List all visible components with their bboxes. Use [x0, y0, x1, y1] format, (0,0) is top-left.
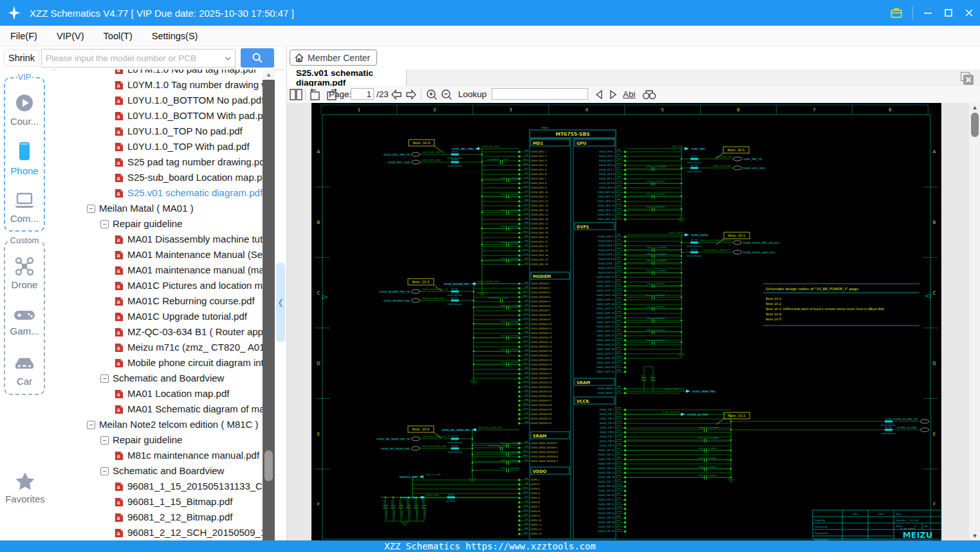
pdf-scroll-up-icon[interactable]: ▲	[969, 103, 980, 112]
svg-text:DVDD_MD_SRAM_GND: DVDD_MD_SRAM_GND	[381, 447, 410, 450]
svg-text:AB3: AB3	[617, 515, 621, 517]
pdf-scroll-thumb[interactable]	[971, 113, 979, 137]
tree-item[interactable]: aMobile phone circuit diagram introducti…	[57, 355, 263, 371]
svg-text:DDPH-12: DDPH-12	[531, 528, 541, 531]
svg-text:AY6: AY6	[617, 346, 621, 349]
tree-item[interactable]: aL0YU.1.0_BOTTOM With pad.pdf	[57, 108, 263, 124]
sidebar-item-car[interactable]: Car	[5, 346, 44, 395]
binoculars-icon[interactable]	[642, 88, 657, 101]
svg-text:AW6: AW6	[524, 416, 528, 419]
tree-item[interactable]: aMA01C Upgrade tutorial.pdf	[57, 309, 263, 324]
tree-item[interactable]: aMA01C Pictures and location map.pdf	[57, 278, 263, 293]
tree-item[interactable]: a96081_1_15_201505131133_CT_v01.pdf	[57, 479, 263, 494]
pdf-scrollbar[interactable]: ▲ ▼	[969, 103, 980, 540]
find-previous-icon[interactable]	[593, 88, 605, 101]
previous-page-icon[interactable]	[390, 88, 403, 101]
sidebar-item-computer[interactable]: Com...	[5, 183, 44, 232]
svg-text:DDPH-9: DDPH-9	[531, 515, 541, 517]
tree-item[interactable]: aL0YU.1.0_TOP No pad.pdf	[57, 124, 263, 139]
tree-folder[interactable]: −Meilan Matal ( MA01 )	[57, 201, 263, 216]
member-center-button[interactable]: Member Center	[290, 50, 377, 66]
collapse-minus-icon[interactable]: −	[87, 421, 95, 429]
panel-collapse-handle[interactable]: ❮	[276, 262, 285, 342]
tree-item[interactable]: aMeizu m71c (zmz_ CT820_ A01).pdf	[57, 340, 263, 355]
collapse-minus-icon[interactable]: −	[100, 467, 109, 475]
maximize-button[interactable]	[943, 7, 954, 19]
svg-text:Checked By: Checked By	[815, 526, 827, 528]
tree-folder[interactable]: −Schematic and Boardview	[57, 371, 263, 386]
close-button[interactable]	[963, 7, 975, 19]
sidebar-item-favorites[interactable]: Favorites	[0, 471, 50, 504]
collapse-minus-icon[interactable]: −	[100, 436, 109, 445]
tree-folder[interactable]: −Repair guideline	[57, 432, 263, 448]
page-number-input[interactable]	[351, 88, 374, 100]
shrink-button[interactable]: Shrink	[4, 50, 39, 66]
combo-chevron-icon[interactable]	[223, 54, 232, 63]
tree-item[interactable]: a96081_2_12_SCH_20150509_1808.pdf	[57, 525, 263, 540]
collapse-minus-icon[interactable]: −	[100, 374, 109, 383]
find-next-icon[interactable]	[607, 88, 619, 101]
svg-text:AB6: AB6	[617, 234, 621, 236]
svg-text:C136: C136	[501, 177, 506, 179]
search-button[interactable]	[241, 48, 274, 68]
zoom-out-icon[interactable]	[440, 88, 453, 101]
tree-item[interactable]: aL0YM.1.0 Tag number drawing with pad.pd…	[57, 77, 263, 93]
tree-item[interactable]: aL0YU.1.0_BOTTOM No pad.pdf	[57, 93, 263, 108]
svg-text:AT9: AT9	[525, 244, 529, 246]
tree-scroll-up-icon[interactable]: ▲	[263, 69, 275, 80]
menu-filef[interactable]: File(F)	[10, 31, 37, 41]
sidebar-item-course[interactable]: Cour...	[5, 78, 44, 134]
tree-item[interactable]: aMZ-QC-03-634 B1 ( Router application ).…	[57, 324, 263, 340]
svg-text:a: a	[117, 407, 120, 413]
tree-item[interactable]: aMA01C Reburning course.pdf	[57, 293, 263, 309]
svg-text:AV15: AV15	[617, 360, 622, 362]
tree-item[interactable]: aM81c maintenance manual.pdf	[57, 448, 263, 463]
tree-item[interactable]: aL0YU.1.0_TOP With pad.pdf	[57, 139, 263, 154]
pdf-scroll-down-icon[interactable]: ▼	[969, 531, 980, 540]
tree-item[interactable]: aS25 pad tag number drawing.pdf	[57, 154, 263, 170]
svg-text:DVDD_TOP-5: DVDD_TOP-5	[600, 427, 615, 429]
svg-text:AB15: AB15	[617, 185, 622, 187]
svg-text:DVDD_MODEM-20: DVDD_MODEM-20	[531, 368, 552, 371]
tree-item[interactable]: aMA01 Schematic diagram of machine.pdf	[57, 401, 263, 417]
tree-item[interactable]: aMA01 maintenance manual (machine).pdf	[57, 262, 263, 278]
svg-text:BB9: BB9	[524, 331, 528, 333]
tab-s25-schematic[interactable]: S25.v01 schematic diagram.pdf	[287, 69, 407, 86]
minimize-button[interactable]	[922, 7, 934, 19]
sidebar-item-phone[interactable]: Phone	[5, 134, 44, 183]
model-search-input[interactable]	[42, 53, 223, 63]
tree-item[interactable]: aMA01 Maintenance Manual (Service).pdf	[57, 247, 263, 262]
tree-item[interactable]: aMA01 Disassembly machine tutorial.pdf	[57, 232, 263, 247]
tree-folder[interactable]: −Schematic and Boardview	[57, 463, 263, 479]
svg-text:AW9: AW9	[524, 176, 528, 179]
collapse-minus-icon[interactable]: −	[100, 220, 109, 228]
tree-scrollbar[interactable]: ▲	[263, 69, 275, 540]
close-tab-icon[interactable]	[960, 71, 974, 86]
tree-item[interactable]: a96081_2_12_Bitmap.pdf	[57, 510, 263, 525]
license-briefcase-icon[interactable]	[889, 6, 903, 20]
tree-folder[interactable]: −Meilan Note2 telcom edition ( M81C )	[57, 417, 263, 432]
match-case-toggle[interactable]: Abi	[623, 89, 636, 99]
sidebar-item-game[interactable]: Gam...	[5, 297, 44, 346]
tree-scroll-thumb[interactable]	[264, 450, 273, 481]
two-page-view-icon[interactable]	[289, 88, 303, 101]
svg-text:Note: 10-3: Note: 10-3	[413, 141, 430, 145]
rotate-left-icon[interactable]	[308, 88, 322, 101]
sidebar-item-drone[interactable]: Drone	[5, 242, 44, 297]
collapse-minus-icon[interactable]: −	[87, 205, 95, 213]
window-title: XZZ Schematics V4.77 [ VIP Due date: 202…	[30, 8, 294, 19]
svg-text:1uF/0201: 1uF/0201	[656, 306, 665, 308]
svg-text:Draw No:: Draw No:	[896, 519, 906, 522]
tree-item[interactable]: aMA01 Location map.pdf	[57, 386, 263, 401]
menu-toolt[interactable]: Tool(T)	[104, 31, 133, 41]
menu-vipv[interactable]: VIP(V)	[57, 31, 84, 41]
menu-settingss[interactable]: Settings(S)	[152, 31, 198, 41]
next-page-icon[interactable]	[405, 88, 418, 101]
tree-item[interactable]: aS25.v01 schematic diagram.pdf	[57, 185, 263, 201]
tree-item[interactable]: a96081_1_15_Bitmap.pdf	[57, 494, 263, 510]
lookup-input[interactable]	[492, 88, 588, 100]
tree-folder[interactable]: −Repair guideline	[57, 216, 263, 232]
tree-item[interactable]: aS25-sub_board Location map.pdf	[57, 170, 263, 185]
zoom-in-icon[interactable]	[425, 88, 438, 101]
tree-item[interactable]: aL0YM.1.0 No pad tag map.pdf	[57, 69, 263, 77]
